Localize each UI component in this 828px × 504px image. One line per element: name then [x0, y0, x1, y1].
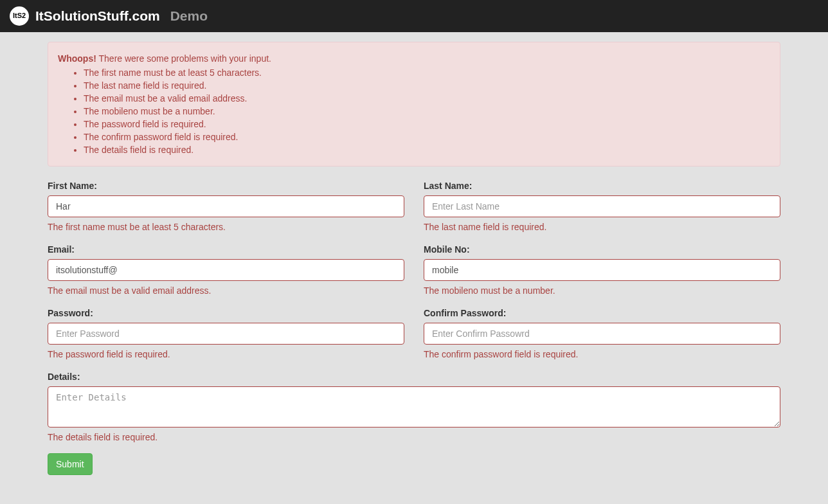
email-label: Email: [48, 243, 75, 256]
first-name-input[interactable] [48, 195, 404, 217]
form-group-first-name: First Name: The first name must be at le… [48, 179, 404, 233]
alert-error-list: The first name must be at least 5 charac… [58, 66, 770, 156]
alert-error-item: The last name field is required. [84, 79, 770, 92]
details-textarea[interactable] [48, 386, 780, 428]
form-group-details: Details: The details field is required. [48, 370, 780, 444]
main-container: Whoops! There were some problems with yo… [38, 32, 790, 485]
password-label: Password: [48, 307, 93, 320]
last-name-error: The last name field is required. [424, 221, 780, 233]
form-group-confirm-password: Confirm Password: The confirm password f… [424, 307, 780, 361]
password-error: The password field is required. [48, 348, 404, 361]
email-input[interactable] [48, 259, 404, 281]
logo-text: ItS2 [13, 11, 26, 21]
first-name-label: First Name: [48, 179, 97, 192]
details-label: Details: [48, 370, 80, 383]
mobile-no-error: The mobileno must be a number. [424, 284, 780, 297]
mobile-no-input[interactable] [424, 259, 780, 281]
form-group-mobile-no: Mobile No: The mobileno must be a number… [424, 243, 780, 297]
confirm-password-label: Confirm Password: [424, 307, 506, 320]
error-alert: Whoops! There were some problems with yo… [48, 42, 780, 166]
brand-subtitle: Demo [170, 6, 208, 26]
last-name-input[interactable] [424, 195, 780, 217]
details-error: The details field is required. [48, 431, 780, 444]
logo-icon: ItS2 [10, 6, 29, 26]
alert-heading: Whoops! [58, 53, 96, 64]
mobile-no-label: Mobile No: [424, 243, 470, 256]
confirm-password-error: The confirm password field is required. [424, 348, 780, 361]
alert-error-item: The confirm password field is required. [84, 130, 770, 143]
navbar-brand[interactable]: ItS2 ItSolutionStuff.com Demo [10, 6, 208, 26]
email-error: The email must be a valid email address. [48, 284, 404, 297]
alert-error-item: The email must be a valid email address. [84, 92, 770, 105]
submit-button[interactable]: Submit [48, 453, 93, 475]
navbar: ItS2 ItSolutionStuff.com Demo [0, 0, 828, 32]
confirm-password-input[interactable] [424, 323, 780, 345]
alert-error-item: The details field is required. [84, 143, 770, 156]
first-name-error: The first name must be at least 5 charac… [48, 221, 404, 233]
form-group-submit: Submit [48, 453, 780, 475]
alert-error-item: The first name must be at least 5 charac… [84, 66, 770, 79]
password-input[interactable] [48, 323, 404, 345]
alert-error-item: The mobileno must be a number. [84, 105, 770, 118]
form-group-last-name: Last Name: The last name field is requir… [424, 179, 780, 233]
brand-title: ItSolutionStuff.com [35, 6, 160, 26]
form-group-password: Password: The password field is required… [48, 307, 404, 361]
last-name-label: Last Name: [424, 179, 472, 192]
alert-error-item: The password field is required. [84, 118, 770, 130]
alert-message: There were some problems with your input… [96, 53, 271, 64]
form-group-email: Email: The email must be a valid email a… [48, 243, 404, 297]
